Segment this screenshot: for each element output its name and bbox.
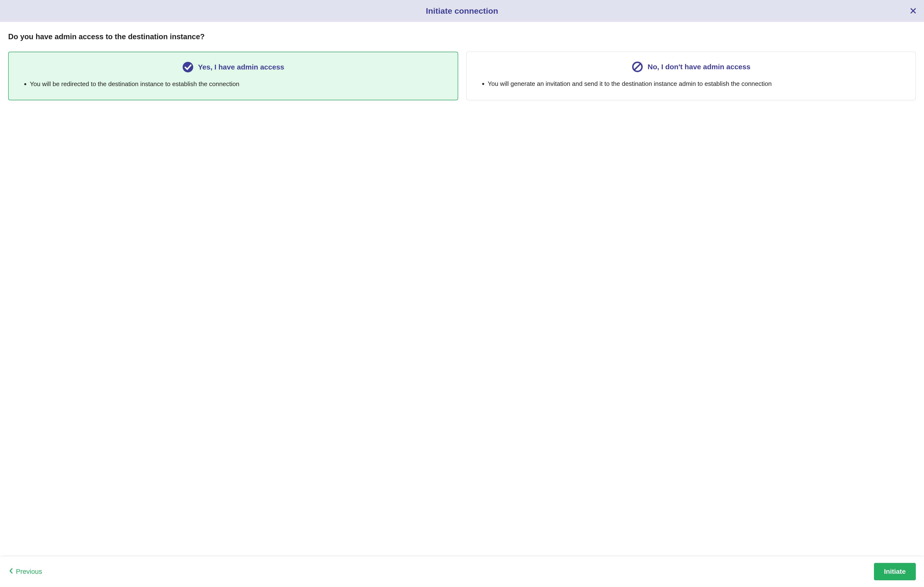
- chevron-left-icon: [9, 568, 13, 575]
- option-yes-title: Yes, I have admin access: [198, 63, 284, 71]
- close-button[interactable]: [909, 7, 917, 16]
- modal-header: Initiate connection: [0, 0, 924, 22]
- svg-point-2: [183, 62, 193, 72]
- modal-body: Do you have admin access to the destinat…: [0, 22, 924, 556]
- option-no-bullets: You will generate an invitation and send…: [477, 79, 905, 89]
- option-no-title-row: No, I don't have admin access: [477, 61, 905, 72]
- admin-access-question: Do you have admin access to the destinat…: [8, 33, 916, 41]
- previous-label: Previous: [16, 568, 42, 575]
- prohibit-icon: [632, 61, 643, 72]
- initiate-button[interactable]: Initiate: [874, 563, 916, 580]
- option-yes-card[interactable]: Yes, I have admin access You will be red…: [8, 52, 458, 100]
- option-no-bullet: You will generate an invitation and send…: [488, 79, 905, 89]
- option-yes-bullets: You will be redirected to the destinatio…: [19, 80, 447, 89]
- options-row: Yes, I have admin access You will be red…: [8, 52, 916, 100]
- modal-footer: Previous Initiate: [0, 556, 924, 587]
- option-no-card[interactable]: No, I don't have admin access You will g…: [466, 52, 916, 100]
- option-no-title: No, I don't have admin access: [647, 63, 750, 71]
- initiate-label: Initiate: [884, 568, 906, 575]
- close-icon: [911, 7, 916, 15]
- option-yes-title-row: Yes, I have admin access: [19, 61, 447, 73]
- initiate-connection-modal: Initiate connection Do you have admin ac…: [0, 0, 924, 587]
- modal-title: Initiate connection: [7, 6, 917, 16]
- svg-line-4: [634, 64, 640, 70]
- option-yes-bullet: You will be redirected to the destinatio…: [30, 80, 447, 89]
- previous-button[interactable]: Previous: [8, 566, 43, 577]
- check-circle-icon: [182, 61, 194, 73]
